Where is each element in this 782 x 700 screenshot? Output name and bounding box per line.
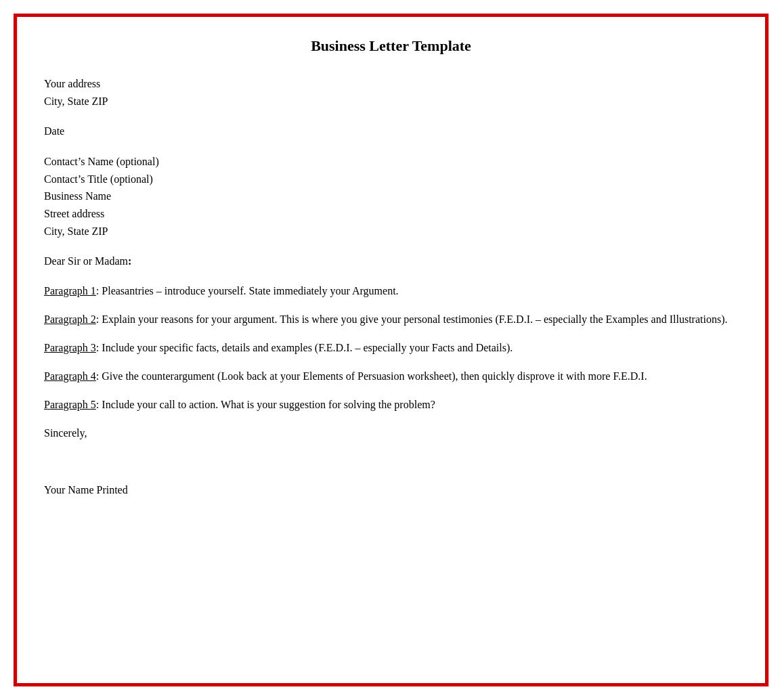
paragraph-5-text: Paragraph 5: Include your call to action… xyxy=(44,397,738,413)
paragraph-1-block: Paragraph 1: Pleasantries – introduce yo… xyxy=(44,283,738,299)
paragraph-1-content: : Pleasantries – introduce yourself. Sta… xyxy=(96,285,399,297)
address-line2: City, State ZIP xyxy=(44,93,738,110)
recipient-block: Contact’s Name (optional) Contact’s Titl… xyxy=(44,153,738,240)
paragraph-4-label: Paragraph 4 xyxy=(44,370,96,382)
closing-text: Sincerely, xyxy=(44,425,738,441)
paragraph-4-content: : Give the counterargument (Look back at… xyxy=(96,370,647,382)
paragraph-4-block: Paragraph 4: Give the counterargument (L… xyxy=(44,368,738,385)
paragraph-1-text: Paragraph 1: Pleasantries – introduce yo… xyxy=(44,283,738,299)
closing-block: Sincerely, xyxy=(44,425,738,441)
recipient-line3: Business Name xyxy=(44,188,738,205)
paragraph-5-block: Paragraph 5: Include your call to action… xyxy=(44,397,738,413)
signature-text: Your Name Printed xyxy=(44,482,738,498)
paragraph-3-text: Paragraph 3: Include your specific facts… xyxy=(44,340,738,356)
signature-block: Your Name Printed xyxy=(44,482,738,498)
paragraph-2-label: Paragraph 2 xyxy=(44,313,96,325)
paragraph-2-text: Paragraph 2: Explain your reasons for yo… xyxy=(44,311,738,328)
paragraph-3-content: : Include your specific facts, details a… xyxy=(96,342,513,353)
address-line1: Your address xyxy=(44,75,738,93)
date-block: Date xyxy=(44,123,738,139)
paragraph-5-label: Paragraph 5 xyxy=(44,399,96,410)
paragraph-4-text: Paragraph 4: Give the counterargument (L… xyxy=(44,368,738,385)
recipient-line1: Contact’s Name (optional) xyxy=(44,153,738,171)
paragraph-5-content: : Include your call to action. What is y… xyxy=(96,399,435,410)
salutation-text: Dear Sir or Madam: xyxy=(44,253,738,269)
recipient-line5: City, State ZIP xyxy=(44,223,738,240)
page-title: Business Letter Template xyxy=(44,37,738,55)
letter-body: Your address City, State ZIP Date Contac… xyxy=(44,75,738,498)
letter-page: Business Letter Template Your address Ci… xyxy=(14,14,768,686)
date-label: Date xyxy=(44,123,738,139)
sender-address: Your address City, State ZIP xyxy=(44,75,738,110)
salutation-colon: : xyxy=(128,255,131,267)
paragraph-3-block: Paragraph 3: Include your specific facts… xyxy=(44,340,738,356)
salutation-block: Dear Sir or Madam: xyxy=(44,253,738,269)
paragraph-3-label: Paragraph 3 xyxy=(44,342,96,353)
recipient-line2: Contact’s Title (optional) xyxy=(44,171,738,188)
recipient-line4: Street address xyxy=(44,205,738,223)
salutation-normal: Dear Sir or Madam xyxy=(44,255,128,267)
paragraph-2-content: : Explain your reasons for your argument… xyxy=(96,313,728,325)
paragraph-1-label: Paragraph 1 xyxy=(44,285,96,297)
paragraph-2-block: Paragraph 2: Explain your reasons for yo… xyxy=(44,311,738,328)
